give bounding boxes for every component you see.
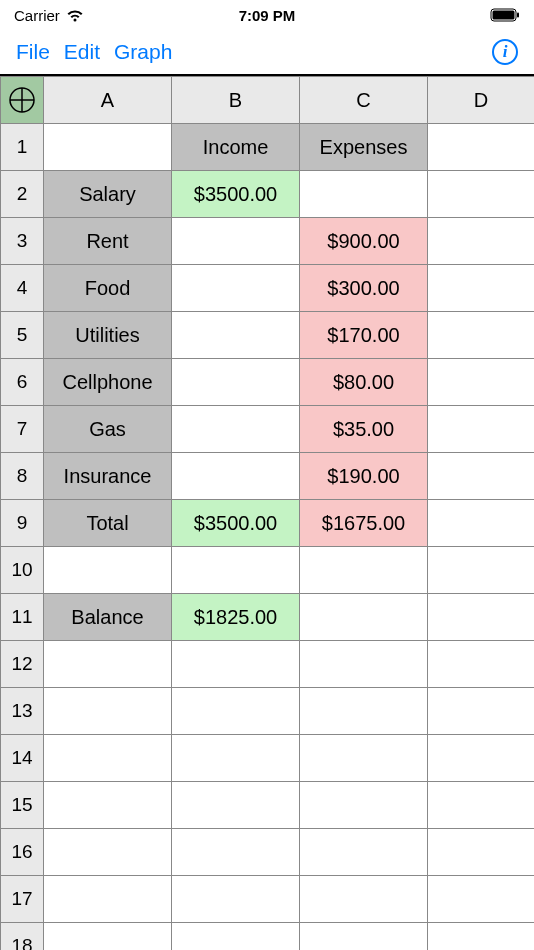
row-header[interactable]: 17 xyxy=(1,876,44,923)
cell-A15[interactable] xyxy=(44,782,172,829)
cell-C5[interactable]: $170.00 xyxy=(300,312,428,359)
cell-A6[interactable]: Cellphone xyxy=(44,359,172,406)
cell-C8[interactable]: $190.00 xyxy=(300,453,428,500)
cell-D11[interactable] xyxy=(428,594,535,641)
cell-B17[interactable] xyxy=(172,876,300,923)
cell-D3[interactable] xyxy=(428,218,535,265)
cell-B11[interactable]: $1825.00 xyxy=(172,594,300,641)
cell-D5[interactable] xyxy=(428,312,535,359)
row-header[interactable]: 4 xyxy=(1,265,44,312)
cell-D10[interactable] xyxy=(428,547,535,594)
cell-D9[interactable] xyxy=(428,500,535,547)
col-header-B[interactable]: B xyxy=(172,77,300,124)
row-header[interactable]: 2 xyxy=(1,171,44,218)
row-header[interactable]: 3 xyxy=(1,218,44,265)
cell-B18[interactable] xyxy=(172,923,300,951)
row-header[interactable]: 10 xyxy=(1,547,44,594)
cell-B13[interactable] xyxy=(172,688,300,735)
row-header[interactable]: 1 xyxy=(1,124,44,171)
cell-D4[interactable] xyxy=(428,265,535,312)
row-header[interactable]: 12 xyxy=(1,641,44,688)
cell-D17[interactable] xyxy=(428,876,535,923)
cell-C4[interactable]: $300.00 xyxy=(300,265,428,312)
cell-A2[interactable]: Salary xyxy=(44,171,172,218)
cell-C2[interactable] xyxy=(300,171,428,218)
cell-B12[interactable] xyxy=(172,641,300,688)
cell-B9[interactable]: $3500.00 xyxy=(172,500,300,547)
cell-B10[interactable] xyxy=(172,547,300,594)
cell-A5[interactable]: Utilities xyxy=(44,312,172,359)
cell-B2[interactable]: $3500.00 xyxy=(172,171,300,218)
cell-A13[interactable] xyxy=(44,688,172,735)
cell-B15[interactable] xyxy=(172,782,300,829)
col-header-A[interactable]: A xyxy=(44,77,172,124)
wifi-icon xyxy=(66,9,84,22)
menu-file[interactable]: File xyxy=(16,40,50,64)
cell-A17[interactable] xyxy=(44,876,172,923)
cell-C1[interactable]: Expenses xyxy=(300,124,428,171)
cell-A8[interactable]: Insurance xyxy=(44,453,172,500)
cell-A11[interactable]: Balance xyxy=(44,594,172,641)
cell-C13[interactable] xyxy=(300,688,428,735)
row-header[interactable]: 6 xyxy=(1,359,44,406)
cell-C10[interactable] xyxy=(300,547,428,594)
cell-A4[interactable]: Food xyxy=(44,265,172,312)
row-header[interactable]: 16 xyxy=(1,829,44,876)
cell-B4[interactable] xyxy=(172,265,300,312)
cell-C14[interactable] xyxy=(300,735,428,782)
cell-C7[interactable]: $35.00 xyxy=(300,406,428,453)
select-all-corner[interactable] xyxy=(1,77,44,124)
cell-D16[interactable] xyxy=(428,829,535,876)
cell-C12[interactable] xyxy=(300,641,428,688)
cell-A16[interactable] xyxy=(44,829,172,876)
row-header[interactable]: 13 xyxy=(1,688,44,735)
cell-B7[interactable] xyxy=(172,406,300,453)
cell-B8[interactable] xyxy=(172,453,300,500)
cell-D15[interactable] xyxy=(428,782,535,829)
cell-D7[interactable] xyxy=(428,406,535,453)
cell-D8[interactable] xyxy=(428,453,535,500)
cell-B6[interactable] xyxy=(172,359,300,406)
cell-A1[interactable] xyxy=(44,124,172,171)
row-header[interactable]: 18 xyxy=(1,923,44,951)
cell-A3[interactable]: Rent xyxy=(44,218,172,265)
row-header[interactable]: 5 xyxy=(1,312,44,359)
cell-B3[interactable] xyxy=(172,218,300,265)
cell-C3[interactable]: $900.00 xyxy=(300,218,428,265)
cell-D1[interactable] xyxy=(428,124,535,171)
cell-A14[interactable] xyxy=(44,735,172,782)
cell-D13[interactable] xyxy=(428,688,535,735)
cell-A10[interactable] xyxy=(44,547,172,594)
row-header[interactable]: 9 xyxy=(1,500,44,547)
cell-A12[interactable] xyxy=(44,641,172,688)
cell-B1[interactable]: Income xyxy=(172,124,300,171)
row-header[interactable]: 7 xyxy=(1,406,44,453)
cell-D2[interactable] xyxy=(428,171,535,218)
cell-D12[interactable] xyxy=(428,641,535,688)
menu-edit[interactable]: Edit xyxy=(64,40,100,64)
col-header-C[interactable]: C xyxy=(300,77,428,124)
cell-C6[interactable]: $80.00 xyxy=(300,359,428,406)
menu-graph[interactable]: Graph xyxy=(114,40,172,64)
cell-C18[interactable] xyxy=(300,923,428,951)
cell-C15[interactable] xyxy=(300,782,428,829)
col-header-D[interactable]: D xyxy=(428,77,535,124)
info-button[interactable]: i xyxy=(492,39,518,65)
cell-B16[interactable] xyxy=(172,829,300,876)
cell-A7[interactable]: Gas xyxy=(44,406,172,453)
row-header[interactable]: 15 xyxy=(1,782,44,829)
row-header[interactable]: 14 xyxy=(1,735,44,782)
row-header[interactable]: 8 xyxy=(1,453,44,500)
cell-A9[interactable]: Total xyxy=(44,500,172,547)
cell-D6[interactable] xyxy=(428,359,535,406)
cell-C16[interactable] xyxy=(300,829,428,876)
cell-C17[interactable] xyxy=(300,876,428,923)
cell-B14[interactable] xyxy=(172,735,300,782)
cell-C9[interactable]: $1675.00 xyxy=(300,500,428,547)
cell-D18[interactable] xyxy=(428,923,535,951)
cell-B5[interactable] xyxy=(172,312,300,359)
cell-D14[interactable] xyxy=(428,735,535,782)
cell-C11[interactable] xyxy=(300,594,428,641)
cell-A18[interactable] xyxy=(44,923,172,951)
row-header[interactable]: 11 xyxy=(1,594,44,641)
